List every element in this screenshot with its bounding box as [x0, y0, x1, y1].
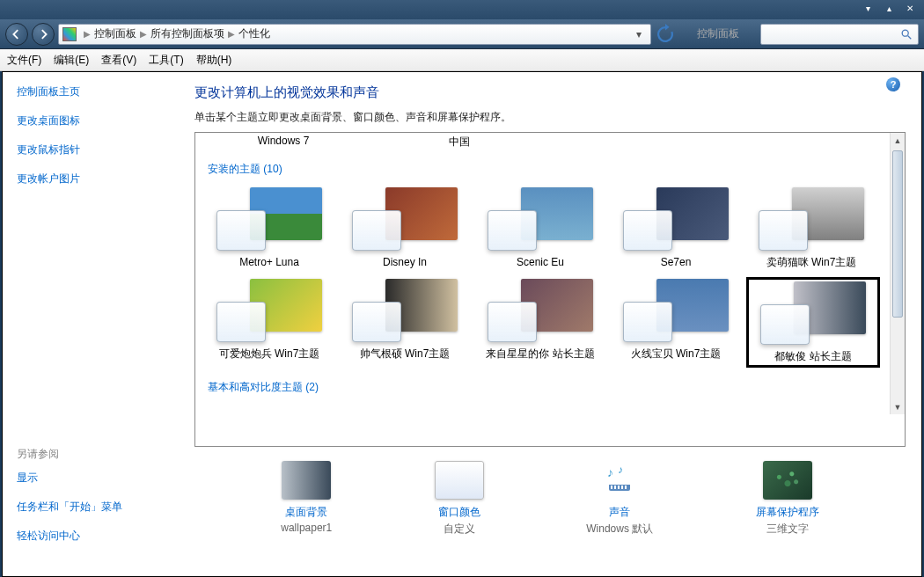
change-desktop-icons-link[interactable]: 更改桌面图标 [17, 113, 165, 128]
svg-rect-9 [625, 486, 627, 489]
sound-value: Windows 默认 [586, 522, 653, 537]
desktop-background-title: 桌面背景 [285, 505, 327, 520]
screensaver-title: 屏幕保护程序 [756, 505, 819, 520]
theme-label: 火线宝贝 Win7主题 [631, 347, 722, 362]
content-area: ? 控制面板主页 更改桌面图标 更改鼠标指针 更改帐户图片 另请参阅 显示 任务… [2, 71, 922, 577]
svg-point-0 [902, 30, 908, 36]
theme-window-thumb [760, 304, 810, 345]
theme-item[interactable]: Scenic Eu [475, 186, 605, 272]
back-button[interactable] [5, 23, 28, 46]
theme-preview [760, 281, 866, 345]
svg-text:♪: ♪ [618, 464, 623, 476]
desktop-background-value: wallpaper1 [281, 522, 332, 534]
breadcrumb-item[interactable]: 个性化 [238, 26, 270, 41]
svg-rect-8 [621, 486, 623, 489]
svg-rect-5 [611, 486, 612, 489]
sidebar: ? 控制面板主页 更改桌面图标 更改鼠标指针 更改帐户图片 另请参阅 显示 任务… [3, 72, 179, 576]
theme-window-thumb [352, 302, 401, 342]
scroll-down-arrow[interactable]: ▼ [891, 399, 905, 414]
search-icon [900, 28, 913, 40]
close-button[interactable]: ✕ [903, 2, 917, 14]
theme-grid: Metro+ LunaDisney InScenic EuSe7en卖萌猫咪 W… [204, 186, 896, 368]
theme-preview [216, 187, 322, 251]
theme-item[interactable]: 火线宝贝 Win7主题 [611, 277, 741, 369]
theme-preview [216, 279, 322, 342]
installed-themes-section: 安装的主题 (10) [208, 162, 896, 177]
screensaver-button[interactable]: 屏幕保护程序 三维文字 [756, 461, 819, 537]
screensaver-icon [763, 461, 812, 500]
basic-themes-section: 基本和高对比度主题 (2) [208, 380, 896, 395]
theme-item[interactable]: 都敏俊 站长主题 [746, 277, 880, 369]
taskbar-link[interactable]: 任务栏和「开始」菜单 [17, 500, 165, 515]
theme-label: Disney In [383, 256, 427, 270]
theme-preview [759, 187, 864, 251]
scroll-thumb[interactable] [892, 150, 903, 318]
theme-item[interactable]: 卖萌猫咪 Win7主题 [746, 186, 876, 272]
bottom-settings-row: 桌面背景 wallpaper1 窗口颜色 自定义 ♪♪ 声音 Windows 默… [194, 447, 906, 537]
control-panel-home-link[interactable]: 控制面板主页 [17, 84, 165, 99]
scroll-up-arrow[interactable]: ▲ [891, 133, 905, 148]
theme-label: 可爱炮炮兵 Win7主题 [219, 347, 320, 362]
theme-window-thumb [488, 210, 537, 251]
page-title: 更改计算机上的视觉效果和声音 [194, 84, 906, 101]
theme-label: 帅气根硕 Win7主题 [360, 347, 451, 362]
theme-preview [623, 279, 729, 342]
window-color-button[interactable]: 窗口颜色 自定义 [435, 461, 484, 537]
theme-window-thumb [623, 302, 672, 342]
theme-header-row: Windows 7 中国 [195, 133, 905, 153]
theme-preview [352, 279, 458, 342]
menu-edit[interactable]: 编辑(E) [54, 53, 89, 68]
breadcrumb-item[interactable]: 控制面板 [94, 26, 136, 41]
theme-list-box: Windows 7 中国 安装的主题 (10) Metro+ LunaDisne… [194, 132, 906, 447]
theme-preview [488, 279, 593, 342]
theme-label: Scenic Eu [517, 256, 564, 270]
theme-window-thumb [623, 210, 672, 251]
titlebar: ▾ ▴ ✕ [0, 0, 924, 19]
window-color-icon [435, 461, 484, 500]
see-also-label: 另请参阅 [17, 447, 165, 462]
sound-title: 声音 [609, 505, 630, 520]
breadcrumb[interactable]: ▶ 控制面板 ▶ 所有控制面板项 ▶ 个性化 ▾ [58, 24, 651, 45]
maximize-button[interactable]: ▴ [882, 2, 896, 14]
menu-help[interactable]: 帮助(H) [196, 53, 232, 68]
theme-label: 卖萌猫咪 Win7主题 [766, 256, 857, 270]
display-link[interactable]: 显示 [17, 471, 165, 486]
vertical-scrollbar[interactable]: ▲ ▼ [890, 133, 905, 414]
navbar: ▶ 控制面板 ▶ 所有控制面板项 ▶ 个性化 ▾ 控制面板 [0, 19, 924, 49]
theme-window-thumb [216, 302, 266, 342]
sound-button[interactable]: ♪♪ 声音 Windows 默认 [586, 461, 653, 537]
chevron-right-icon: ▶ [224, 29, 238, 39]
theme-item[interactable]: 帅气根硕 Win7主题 [340, 277, 470, 369]
theme-preview [488, 187, 593, 251]
change-account-picture-link[interactable]: 更改帐户图片 [17, 172, 165, 186]
theme-item[interactable]: 可爱炮炮兵 Win7主题 [204, 277, 334, 369]
menu-view[interactable]: 查看(V) [101, 53, 136, 68]
theme-preview [623, 187, 729, 251]
sound-icon: ♪♪ [595, 461, 644, 500]
svg-text:♪: ♪ [607, 465, 613, 479]
theme-item[interactable]: Se7en [611, 186, 741, 272]
page-description: 单击某个主题立即更改桌面背景、窗口颜色、声音和屏幕保护程序。 [194, 110, 906, 125]
theme-label: Se7en [661, 256, 692, 270]
ease-of-access-link[interactable]: 轻松访问中心 [17, 529, 165, 544]
search-input[interactable] [760, 24, 919, 45]
change-mouse-pointers-link[interactable]: 更改鼠标指针 [17, 142, 165, 157]
breadcrumb-item[interactable]: 所有控制面板项 [150, 26, 224, 41]
theme-item[interactable]: Metro+ Luna [204, 186, 334, 272]
menu-file[interactable]: 文件(F) [7, 53, 41, 68]
refresh-button[interactable] [655, 24, 676, 45]
minimize-button[interactable]: ▾ [861, 2, 875, 14]
header-china: 中国 [371, 135, 547, 150]
header-windows7: Windows 7 [195, 135, 371, 150]
theme-item[interactable]: Disney In [340, 186, 470, 272]
theme-item[interactable]: 来自星星的你 站长主题 [475, 277, 605, 369]
forward-button[interactable] [32, 23, 55, 46]
breadcrumb-dropdown-icon[interactable]: ▾ [631, 28, 647, 40]
theme-window-thumb [488, 302, 537, 342]
menubar: 文件(F) 编辑(E) 查看(V) 工具(T) 帮助(H) [0, 49, 924, 71]
chevron-right-icon: ▶ [136, 29, 150, 39]
desktop-background-button[interactable]: 桌面背景 wallpaper1 [281, 461, 332, 537]
menu-tools[interactable]: 工具(T) [149, 53, 183, 68]
window-color-title: 窗口颜色 [438, 505, 480, 520]
theme-label: 来自星星的你 站长主题 [486, 347, 594, 362]
